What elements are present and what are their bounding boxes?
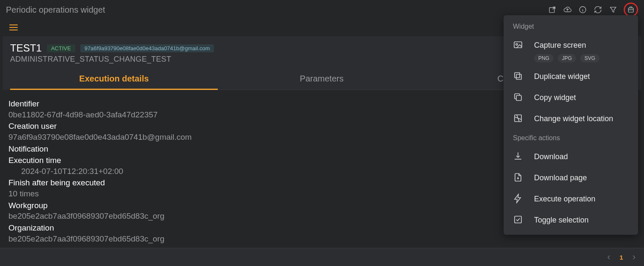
menu-label: Change widget location — [534, 114, 613, 123]
svg-rect-7 — [516, 95, 521, 100]
menu-section-widget: Widget — [504, 23, 638, 35]
export-icon[interactable] — [548, 5, 557, 14]
file-icon — [513, 172, 524, 183]
svg-rect-6 — [515, 73, 520, 78]
menu-duplicate-widget[interactable]: Duplicate widget — [504, 66, 638, 87]
checkbox-icon — [513, 214, 524, 225]
svg-rect-9 — [515, 216, 521, 223]
menu-label: Toggle selection — [534, 216, 589, 225]
filter-icon[interactable] — [608, 5, 618, 14]
creator-email-badge: 97a6f9a93790e08fae0d0e43ada0741b@gmail.c… — [80, 44, 214, 52]
capture-format-chips: PNG JPG SVG — [504, 54, 638, 66]
chip-jpg[interactable]: JPG — [558, 54, 576, 62]
menu-section-specific: Specific actions — [504, 129, 638, 146]
duplicate-icon — [513, 71, 524, 82]
list-view-icon[interactable] — [9, 24, 18, 30]
move-icon — [513, 113, 524, 124]
menu-capture-screen[interactable]: Capture screen — [504, 35, 638, 56]
svg-rect-2 — [628, 8, 633, 12]
menu-download[interactable]: Download — [504, 146, 638, 167]
chip-svg[interactable]: SVG — [580, 54, 599, 62]
menu-execute-operation[interactable]: Execute operation — [504, 188, 638, 209]
tab-parameters[interactable]: Parameters — [218, 68, 425, 90]
widget-context-menu: Widget Capture screen PNG JPG SVG Duplic… — [504, 15, 638, 235]
organization-value: be205e2acb7aa3f09689307ebd65d83c_org — [8, 233, 636, 244]
pagination-footer: ‹ 1 › — [0, 248, 644, 266]
menu-change-location[interactable]: Change widget location — [504, 108, 638, 129]
svg-point-4 — [516, 43, 518, 45]
menu-label: Download page — [534, 174, 587, 182]
menu-label: Execute operation — [534, 195, 595, 204]
app-root: Periodic operations widget — [0, 0, 644, 266]
menu-download-page[interactable]: Download page — [504, 167, 638, 188]
menu-label: Download — [534, 152, 568, 161]
operation-name: TEST1 — [10, 42, 42, 54]
image-icon — [513, 40, 524, 51]
svg-rect-5 — [516, 74, 521, 79]
prev-page-button[interactable]: ‹ — [607, 252, 610, 263]
menu-toggle-selection[interactable]: Toggle selection — [504, 209, 638, 231]
menu-copy-widget[interactable]: Copy widget — [504, 87, 638, 108]
next-page-button[interactable]: › — [633, 252, 636, 263]
menu-label: Capture screen — [534, 41, 586, 50]
cloud-upload-icon[interactable] — [563, 5, 572, 14]
menu-label: Copy widget — [534, 93, 576, 102]
widget-menu-icon[interactable] — [626, 5, 636, 14]
menu-label: Duplicate widget — [534, 72, 590, 81]
bolt-icon — [513, 193, 524, 204]
title-icon-group — [548, 3, 638, 17]
tab-execution-details[interactable]: Execution details — [10, 68, 218, 90]
refresh-icon[interactable] — [593, 5, 603, 14]
widget-menu-button-highlight — [624, 3, 638, 17]
current-page-number: 1 — [619, 254, 623, 261]
info-icon[interactable] — [578, 5, 587, 14]
chip-png[interactable]: PNG — [534, 54, 554, 62]
widget-title: Periodic operations widget — [6, 5, 105, 15]
copy-icon — [513, 92, 524, 103]
status-badge: ACTIVE — [47, 44, 75, 52]
download-icon — [513, 151, 524, 162]
